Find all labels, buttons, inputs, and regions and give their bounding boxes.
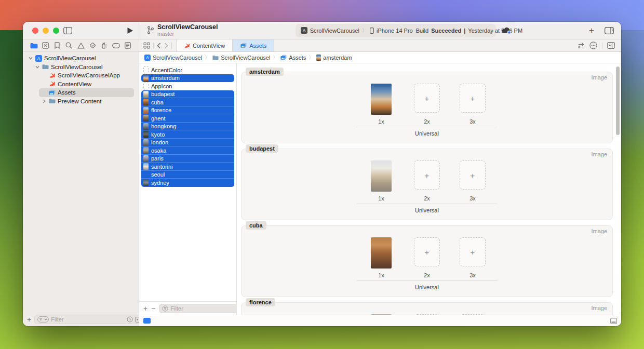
swift-icon [49, 72, 56, 79]
breakpoints-navigator-icon[interactable] [111, 41, 120, 50]
breadcrumb-item-amsterdam[interactable]: amsterdam [316, 55, 352, 61]
asset-item-kyoto[interactable]: kyoto [141, 130, 234, 139]
asset-item-label: AppIcon [151, 83, 172, 89]
asset-thumbnail-icon [143, 115, 149, 122]
asset-item-label: london [151, 139, 168, 145]
scheme-selector[interactable]: A ScrollViewCarousel 〉 iPhone 14 Pro [301, 27, 413, 34]
asset-item-hongkong[interactable]: hongkong [141, 123, 234, 131]
reports-navigator-icon[interactable] [123, 41, 132, 50]
library-add-icon[interactable]: + [589, 25, 594, 36]
folder-icon [49, 98, 56, 104]
asset-item-seoul[interactable]: seoul [141, 171, 234, 179]
image-well-empty-3x[interactable]: + [460, 237, 486, 266]
activity-view[interactable]: A ScrollViewCarousel 〉 iPhone 14 Pro Bui… [296, 24, 496, 37]
image-well-empty-3x[interactable]: + [460, 160, 486, 190]
image-well-empty-2x[interactable]: + [414, 84, 440, 113]
disclosure-open-icon[interactable] [28, 57, 33, 60]
svg-text:A: A [146, 55, 149, 60]
breadcrumb-label: ScrollViewCarousel [153, 55, 202, 61]
image-well-filled-1x[interactable] [371, 160, 392, 192]
source-control-navigator-icon[interactable] [41, 41, 50, 50]
breadcrumb-item-scrollviewcarousel[interactable]: AScrollViewCarousel [144, 55, 202, 61]
minimize-window-button[interactable] [43, 28, 49, 34]
asset-name-badge: florence [246, 298, 275, 306]
issues-navigator-icon[interactable] [76, 41, 86, 50]
image-well-empty-3x[interactable]: + [460, 84, 486, 113]
sidebar-item-preview-content[interactable]: Preview Content [23, 97, 139, 106]
svg-text:A: A [302, 28, 305, 33]
sidebar-item-assets[interactable]: Assets [23, 88, 139, 97]
sidebar-item-scrollviewcarouselapp[interactable]: ScrollViewCarouselApp [23, 71, 139, 80]
more-options-icon[interactable] [589, 42, 597, 49]
image-well-empty-3x[interactable]: + [460, 314, 486, 315]
sidebar-item-contentview[interactable]: ContentView [23, 80, 139, 89]
asset-item-florence[interactable]: florence [141, 106, 234, 115]
asset-filter-input[interactable] [170, 305, 244, 312]
recent-files-clock-icon[interactable] [127, 316, 133, 323]
plus-icon: + [425, 171, 430, 180]
asset-item-appicon[interactable]: AppIcon [141, 82, 234, 90]
asset-item-london[interactable]: london [141, 139, 234, 147]
add-file-button[interactable]: + [27, 316, 31, 323]
add-editor-icon[interactable] [607, 42, 615, 49]
asset-thumbnail-icon [316, 55, 321, 61]
bookmarks-navigator-icon[interactable] [52, 41, 62, 50]
asset-catalog-outline: AccentColoramsterdamAppIconbudapestcubaf… [139, 63, 237, 315]
image-well-empty-2x[interactable]: + [414, 237, 440, 266]
asset-item-cuba[interactable]: cuba [141, 98, 234, 106]
editor-options-icon[interactable] [605, 27, 614, 34]
add-asset-button[interactable]: + [143, 305, 147, 312]
device-icon [370, 28, 374, 34]
asset-section-amsterdam: amsterdamImage1x+2x+3xUniversal [241, 72, 613, 143]
show-attributes-icon[interactable] [610, 318, 617, 324]
toolbar: ScrollViewCarousel master A ScrollViewCa… [23, 22, 621, 39]
disclosure-closed-icon[interactable] [41, 99, 47, 103]
run-button[interactable] [127, 27, 133, 34]
asset-type-filter-icon[interactable] [143, 318, 151, 324]
go-back-icon[interactable] [157, 43, 161, 49]
filter-funnel-icon [37, 316, 49, 323]
toggle-sidebar-icon[interactable] [63, 27, 72, 34]
disclosure-open-icon[interactable] [34, 65, 40, 69]
asset-item-accentcolor[interactable]: AccentColor [141, 66, 234, 74]
asset-item-santorini[interactable]: santorini [141, 163, 234, 171]
breadcrumb-item-assets[interactable]: Assets [280, 55, 306, 61]
sidebar-item-scrollviewcarousel[interactable]: AScrollViewCarousel [23, 54, 139, 63]
related-items-icon[interactable] [143, 42, 150, 49]
breadcrumb-item-scrollviewcarousel[interactable]: ScrollViewCarousel [212, 55, 270, 61]
image-well-empty-2x[interactable]: + [414, 314, 440, 315]
asset-list-toolbar: + − [139, 301, 236, 315]
asset-thumbnail-icon [143, 75, 149, 82]
asset-item-sydney[interactable]: sydney [141, 179, 234, 187]
sidebar-item-scrollviewcarousel[interactable]: ScrollViewCarousel [23, 63, 139, 72]
navigator-filter-field[interactable] [34, 315, 145, 324]
close-window-button[interactable] [32, 28, 38, 34]
image-well-empty-2x[interactable]: + [414, 160, 440, 190]
project-navigator-icon[interactable] [29, 41, 38, 50]
tab-assets[interactable]: Assets [233, 39, 274, 51]
navigator-filter-input[interactable] [51, 316, 125, 323]
remove-asset-button[interactable]: − [151, 305, 155, 312]
slot-3x: +3x [458, 314, 488, 315]
empty-asset-icon [143, 83, 149, 89]
asset-item-osaka[interactable]: osaka [141, 146, 234, 155]
image-well-filled-1x[interactable] [371, 314, 392, 315]
tests-navigator-icon[interactable] [88, 41, 97, 50]
navigator-filter-bar: + [23, 313, 139, 326]
plus-icon: + [471, 94, 475, 103]
swap-editors-icon[interactable] [577, 43, 585, 49]
asset-item-ghent[interactable]: ghent [141, 114, 234, 123]
debug-navigator-icon[interactable] [100, 41, 109, 50]
asset-item-paris[interactable]: paris [141, 155, 234, 163]
tab-contentview[interactable]: ContentView [176, 39, 233, 51]
zoom-window-button[interactable] [53, 28, 59, 34]
asset-item-budapest[interactable]: budapest [141, 90, 234, 99]
editor-scrollbar[interactable] [616, 66, 620, 135]
asset-item-amsterdam[interactable]: amsterdam [141, 74, 234, 83]
asset-filter-field[interactable] [159, 304, 247, 313]
go-forward-icon[interactable] [164, 43, 168, 49]
find-navigator-icon[interactable] [64, 41, 74, 50]
image-well-filled-1x[interactable] [371, 84, 392, 115]
image-well-filled-1x[interactable] [371, 237, 392, 269]
svg-text:A: A [37, 56, 40, 61]
